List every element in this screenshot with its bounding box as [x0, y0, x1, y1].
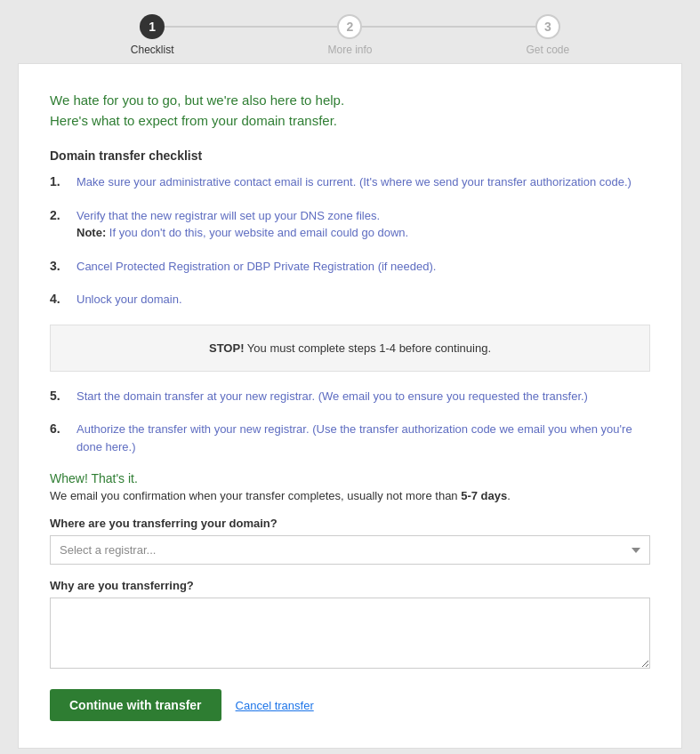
item-number-6: 6.	[50, 421, 76, 436]
step-2-circle: 2	[337, 14, 362, 39]
item-text-4: Unlock your domain.	[76, 291, 650, 309]
stepper: 1 Checklist 2 More info 3 Get code	[0, 0, 700, 63]
item-number-3: 3.	[50, 258, 76, 273]
step-2-label: More info	[327, 44, 372, 56]
action-row: Continue with transfer Cancel transfer	[50, 689, 650, 721]
main-card: We hate for you to go, but we're also he…	[18, 63, 682, 749]
confirm-prefix: We email you confirmation when your tran…	[50, 489, 461, 502]
step-3-circle: 3	[535, 14, 560, 39]
continue-button[interactable]: Continue with transfer	[50, 689, 221, 721]
item-text-2: Verify that the new registrar will set u…	[76, 207, 650, 242]
list-item: 6. Authorize the transfer with your new …	[50, 421, 650, 455]
whew-section: Whew! That's it. We email you confirmati…	[50, 471, 650, 502]
confirm-days: 5-7 days	[461, 489, 507, 502]
step-3: 3 Get code	[449, 14, 647, 56]
registrar-label: Where are you transferring your domain?	[50, 517, 650, 530]
stop-box: STOP! You must complete steps 1-4 before…	[50, 325, 650, 372]
checklist-title: Domain transfer checklist	[50, 148, 650, 163]
item-note-text-2: If you don't do this, your website and e…	[106, 226, 408, 239]
stop-label: STOP!	[209, 341, 245, 355]
form-section: Where are you transferring your domain? …	[50, 517, 650, 689]
list-item: 4. Unlock your domain.	[50, 291, 650, 309]
item-number-1: 1.	[50, 173, 76, 188]
cancel-transfer-link[interactable]: Cancel transfer	[236, 699, 314, 712]
item-main-2: Verify that the new registrar will set u…	[76, 209, 380, 222]
list-item: 2. Verify that the new registrar will se…	[50, 207, 650, 242]
whew-line1: Whew! That's it.	[50, 471, 650, 485]
reason-textarea[interactable]	[50, 598, 650, 669]
item-number-2: 2.	[50, 207, 76, 222]
list-item: 5. Start the domain transfer at your new…	[50, 388, 650, 405]
reason-label: Why are you transferring?	[50, 579, 650, 592]
item-number-5: 5.	[50, 388, 76, 403]
confirm-text: We email you confirmation when your tran…	[50, 489, 650, 502]
intro-text: We hate for you to go, but we're also he…	[50, 91, 650, 131]
registrar-select[interactable]: Select a registrar...	[50, 535, 650, 565]
item-number-4: 4.	[50, 291, 76, 306]
item-text-5: Start the domain transfer at your new re…	[76, 388, 650, 405]
intro-line2: Here's what to expect from your domain t…	[50, 111, 650, 132]
item-text-6: Authorize the transfer with your new reg…	[76, 421, 650, 455]
stop-text: You must complete steps 1-4 before conti…	[244, 341, 491, 355]
step-1-circle: 1	[140, 14, 165, 39]
item-text-1: Make sure your administrative contact em…	[76, 173, 650, 191]
item-note-label-2: Note:	[76, 226, 106, 239]
checklist-list: 1. Make sure your administrative contact…	[50, 173, 650, 309]
step-3-label: Get code	[526, 44, 569, 56]
list-item: 1. Make sure your administrative contact…	[50, 173, 650, 191]
step-1: 1 Checklist	[53, 14, 251, 56]
step-1-label: Checklist	[131, 44, 174, 56]
step-2: 2 More info	[251, 14, 448, 56]
intro-line1: We hate for you to go, but we're also he…	[50, 91, 650, 111]
checklist-list-2: 5. Start the domain transfer at your new…	[50, 388, 650, 456]
list-item: 3. Cancel Protected Registration or DBP …	[50, 258, 650, 276]
confirm-suffix: .	[507, 489, 511, 502]
item-text-3: Cancel Protected Registration or DBP Pri…	[76, 258, 650, 276]
